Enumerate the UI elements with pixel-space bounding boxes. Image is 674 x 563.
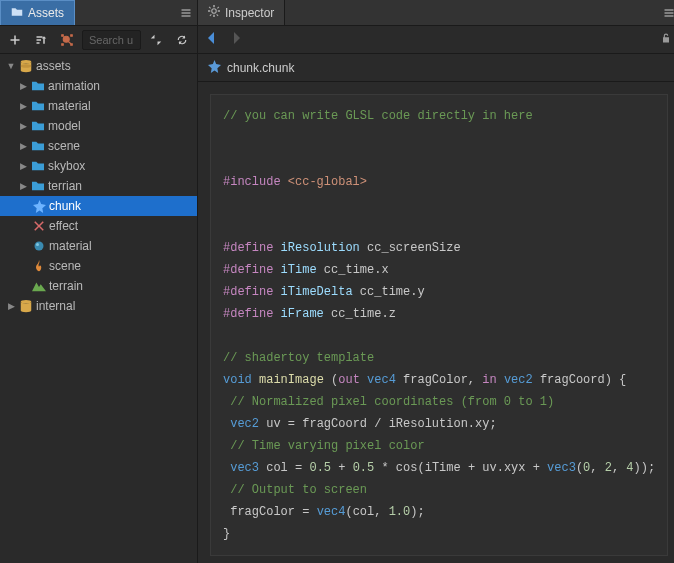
code-type: vec2 — [223, 417, 266, 431]
code-ident: fragColor, — [403, 373, 482, 387]
code-directive: #define — [223, 241, 281, 255]
svg-point-5 — [212, 9, 217, 14]
refresh-button[interactable] — [171, 29, 193, 51]
tree-label: material — [48, 99, 91, 113]
file-name: chunk.chunk — [227, 61, 294, 75]
tree-item-scene[interactable]: scene — [0, 256, 197, 276]
plus4-icon — [32, 219, 46, 233]
tab-label: Assets — [28, 6, 64, 20]
disclosure-right-icon[interactable]: ▶ — [18, 101, 28, 111]
code-punc: ) { — [605, 373, 627, 387]
disclosure-right-icon[interactable]: ▶ — [6, 301, 16, 311]
disclosure-right-icon[interactable]: ▶ — [18, 141, 28, 151]
code-punc: )); — [634, 461, 656, 475]
search-input[interactable] — [82, 30, 141, 50]
code-comment: // Normalized pixel coordinates (from 0 … — [223, 395, 554, 409]
tree-folder[interactable]: ▶ terrian — [0, 176, 197, 196]
star-icon — [208, 60, 221, 76]
tree-label: scene — [49, 259, 81, 273]
code-type: vec4 — [317, 505, 346, 519]
star-icon — [32, 199, 46, 213]
tree-label: model — [48, 119, 81, 133]
disclosure-right-icon[interactable]: ▶ — [18, 81, 28, 91]
tree-root-assets[interactable]: ▼ assets — [0, 56, 197, 76]
folder-icon — [31, 119, 45, 133]
tab-inspector[interactable]: Inspector — [198, 0, 285, 25]
folder-icon — [31, 139, 45, 153]
code-directive: #include — [223, 175, 288, 189]
flame-icon — [32, 259, 46, 273]
tree-label: scene — [48, 139, 80, 153]
tree-folder[interactable]: ▶ material — [0, 96, 197, 116]
inspector-panel-menu-icon[interactable] — [658, 2, 674, 24]
gear-icon — [208, 5, 220, 20]
collapse-button[interactable] — [145, 29, 167, 51]
code-directive: #define — [223, 307, 281, 321]
code-keyword: out — [338, 373, 367, 387]
code-keyword: in — [482, 373, 504, 387]
file-header: chunk.chunk — [198, 54, 674, 82]
tree-label: terrain — [49, 279, 83, 293]
code-num: 0.5 — [309, 461, 331, 475]
code-ident: col = — [266, 461, 309, 475]
lock-icon[interactable] — [660, 32, 672, 47]
nav-forward-icon[interactable] — [232, 32, 242, 47]
code-macro: iTimeDelta — [281, 285, 360, 299]
filter-button[interactable] — [56, 29, 78, 51]
nav-back-icon[interactable] — [206, 32, 216, 47]
code-comment: // shadertoy template — [223, 351, 374, 365]
code-type: vec2 — [504, 373, 540, 387]
svg-point-4 — [21, 300, 32, 304]
database-icon — [19, 299, 33, 313]
code-ident: * cos(iTime + uv.xyx + — [374, 461, 547, 475]
folder-icon — [31, 159, 45, 173]
tree-label: effect — [49, 219, 78, 233]
tree-item-material[interactable]: material — [0, 236, 197, 256]
tree-item-effect[interactable]: effect — [0, 216, 197, 236]
tab-assets[interactable]: Assets — [0, 0, 75, 25]
code-area: // you can write GLSL code directly in h… — [198, 82, 674, 563]
code-punc: ); — [410, 505, 424, 519]
code-macro: iResolution — [281, 241, 367, 255]
disclosure-right-icon[interactable]: ▶ — [18, 121, 28, 131]
code-ident: cc_screenSize — [367, 241, 461, 255]
code-num: 1.0 — [389, 505, 411, 519]
tree-folder[interactable]: ▶ animation — [0, 76, 197, 96]
asset-tree: ▼ assets ▶ animation ▶ material ▶ model … — [0, 54, 197, 563]
code-comment: // Time varying pixel color — [223, 439, 425, 453]
svg-point-0 — [21, 60, 32, 64]
code-type: vec3 — [223, 461, 266, 475]
disclosure-right-icon[interactable]: ▶ — [18, 161, 28, 171]
add-button[interactable] — [4, 29, 26, 51]
disclosure-down-icon[interactable]: ▼ — [6, 61, 16, 71]
code-ident: fragCoord — [540, 373, 605, 387]
tree-label: assets — [36, 59, 71, 73]
tree-folder[interactable]: ▶ scene — [0, 136, 197, 156]
code-func: mainImage — [259, 373, 331, 387]
code-macro: iTime — [281, 263, 324, 277]
code-comment: // you can write GLSL code directly in h… — [223, 109, 533, 123]
svg-point-3 — [36, 243, 39, 246]
code-ident: cc_time.x — [324, 263, 389, 277]
inspector-panel: Inspector chunk.chunk // you can write G… — [198, 0, 674, 563]
tree-item-terrain[interactable]: terrain — [0, 276, 197, 296]
code-type: vec4 — [367, 373, 403, 387]
assets-panel-menu-icon[interactable] — [175, 2, 197, 24]
tree-root-internal[interactable]: ▶ internal — [0, 296, 197, 316]
code-type: void — [223, 373, 259, 387]
sort-button[interactable] — [30, 29, 52, 51]
inspector-tab-bar: Inspector — [198, 0, 674, 26]
database-icon — [19, 59, 33, 73]
tree-folder[interactable]: ▶ skybox — [0, 156, 197, 176]
code-type: vec3 — [547, 461, 576, 475]
code-box[interactable]: // you can write GLSL code directly in h… — [210, 94, 668, 556]
code-macro: iFrame — [281, 307, 331, 321]
code-ident: uv = fragCoord / iResolution.xy; — [266, 417, 496, 431]
tree-item-chunk[interactable]: chunk — [0, 196, 197, 216]
code-punc: , — [612, 461, 626, 475]
disclosure-right-icon[interactable]: ▶ — [18, 181, 28, 191]
code-comment: // Output to screen — [223, 483, 367, 497]
mountain-icon — [32, 279, 46, 293]
tree-folder[interactable]: ▶ model — [0, 116, 197, 136]
code-directive: #define — [223, 285, 281, 299]
